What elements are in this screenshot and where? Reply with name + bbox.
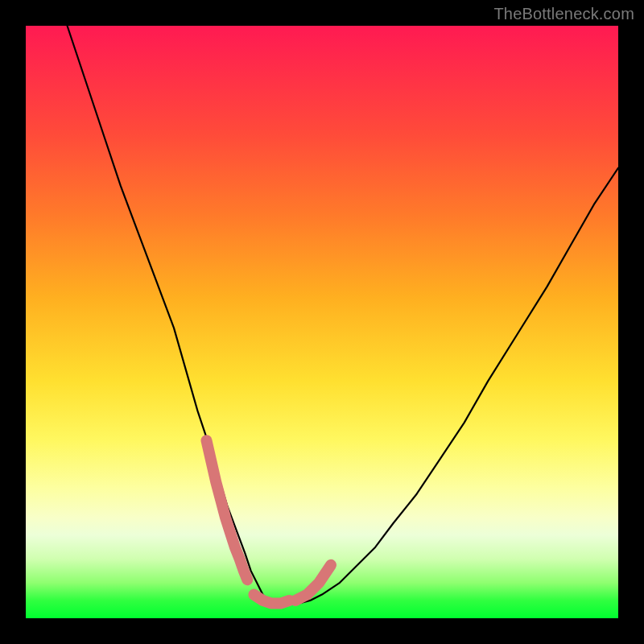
- right-ascent-accent: [295, 565, 331, 601]
- chart-svg: [26, 26, 618, 618]
- valley-floor-accent: [254, 595, 289, 604]
- bottleneck-curve: [68, 26, 618, 604]
- left-descent-accent: [206, 440, 247, 580]
- watermark-text: TheBottleneck.com: [493, 5, 634, 23]
- outer-frame: TheBottleneck.com: [0, 0, 644, 644]
